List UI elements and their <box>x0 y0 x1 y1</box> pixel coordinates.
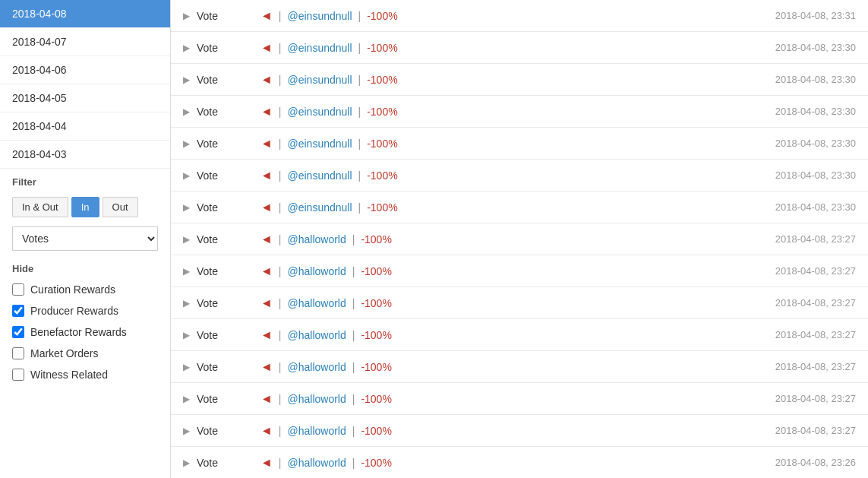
tx-user-link[interactable]: @halloworld <box>287 425 346 437</box>
tx-details: ◄ | @halloworld | -100% <box>257 424 719 438</box>
checkbox-item-market-orders[interactable]: Market Orders <box>0 343 170 364</box>
tx-timestamp: 2018-04-08, 23:31 <box>719 10 856 21</box>
tx-user-link[interactable]: @einsundnull <box>287 74 352 86</box>
tx-type: Vote <box>197 425 257 437</box>
tx-details: ◄ | @einsundnull | -100% <box>257 169 719 182</box>
sidebar: 2018-04-082018-04-072018-04-062018-04-05… <box>0 0 171 478</box>
checkbox-market-orders[interactable] <box>12 347 24 359</box>
expand-arrow[interactable]: ▶ <box>183 394 192 404</box>
tx-timestamp: 2018-04-08, 23:30 <box>719 169 856 181</box>
date-item[interactable]: 2018-04-07 <box>0 28 170 56</box>
tx-user-link[interactable]: @halloworld <box>287 297 346 309</box>
tx-pipe: | <box>358 106 361 118</box>
filter-button-in[interactable]: In <box>71 197 99 217</box>
tx-pipe: | <box>352 297 355 309</box>
checkbox-item-witness-related[interactable]: Witness Related <box>0 364 170 385</box>
tx-amount: -100% <box>361 457 391 469</box>
tx-user-link[interactable]: @einsundnull <box>287 138 352 150</box>
tx-direction-icon: ◄ <box>260 201 273 214</box>
tx-timestamp: 2018-04-08, 23:27 <box>719 393 856 404</box>
expand-arrow[interactable]: ▶ <box>183 106 192 117</box>
tx-type: Vote <box>197 233 257 245</box>
expand-arrow[interactable]: ▶ <box>183 457 192 468</box>
tx-details: ◄ | @halloworld | -100% <box>257 264 719 278</box>
tx-user-link[interactable]: @halloworld <box>287 329 346 341</box>
transaction-list: ▶ Vote ◄ | @einsundnull | -100% 2018-04-… <box>171 0 868 478</box>
checkbox-witness-related[interactable] <box>12 369 24 381</box>
expand-arrow[interactable]: ▶ <box>183 138 192 149</box>
tx-type: Vote <box>197 393 257 405</box>
tx-details: ◄ | @einsundnull | -100% <box>257 73 719 87</box>
tx-amount: -100% <box>367 10 397 22</box>
tx-user-link[interactable]: @halloworld <box>287 361 346 373</box>
checkbox-producer-rewards[interactable] <box>12 305 24 317</box>
tx-type: Vote <box>197 457 257 469</box>
tx-details: ◄ | @einsundnull | -100% <box>257 201 719 214</box>
tx-details: ◄ | @halloworld | -100% <box>257 392 719 406</box>
expand-arrow[interactable]: ▶ <box>183 170 192 181</box>
table-row: ▶ Vote ◄ | @halloworld | -100% 2018-04-0… <box>171 351 868 383</box>
expand-arrow[interactable]: ▶ <box>183 266 192 277</box>
expand-arrow[interactable]: ▶ <box>183 298 192 309</box>
expand-arrow[interactable]: ▶ <box>183 43 192 53</box>
tx-direction-icon: ◄ <box>260 392 273 406</box>
tx-amount: -100% <box>361 297 391 309</box>
tx-direction-icon: ◄ <box>260 424 273 438</box>
table-row: ▶ Vote ◄ | @einsundnull | -100% 2018-04-… <box>171 32 868 64</box>
tx-user-link[interactable]: @halloworld <box>287 233 346 245</box>
tx-type: Vote <box>197 169 257 182</box>
expand-arrow[interactable]: ▶ <box>183 362 192 372</box>
tx-user-link[interactable]: @einsundnull <box>287 106 352 118</box>
expand-arrow[interactable]: ▶ <box>183 202 192 213</box>
tx-type: Vote <box>197 329 257 341</box>
tx-user-link[interactable]: @einsundnull <box>287 10 352 22</box>
date-item[interactable]: 2018-04-03 <box>0 141 170 169</box>
checkbox-benefactor-rewards[interactable] <box>12 326 24 338</box>
tx-separator: | <box>279 233 282 245</box>
tx-user-link[interactable]: @halloworld <box>287 457 346 469</box>
date-item[interactable]: 2018-04-06 <box>0 56 170 84</box>
tx-direction-icon: ◄ <box>260 264 273 278</box>
expand-arrow[interactable]: ▶ <box>183 234 192 245</box>
tx-timestamp: 2018-04-08, 23:26 <box>719 457 856 468</box>
tx-user-link[interactable]: @einsundnull <box>287 169 352 182</box>
tx-amount: -100% <box>361 393 391 405</box>
tx-type: Vote <box>197 297 257 309</box>
tx-user-link[interactable]: @halloworld <box>287 393 346 405</box>
checkbox-item-benefactor-rewards[interactable]: Benefactor Rewards <box>0 321 170 343</box>
tx-type: Vote <box>197 106 257 118</box>
tx-pipe: | <box>352 457 355 469</box>
expand-arrow[interactable]: ▶ <box>183 11 192 21</box>
votes-dropdown-wrapper: VotesAllTransfersComments <box>0 222 170 255</box>
date-item[interactable]: 2018-04-05 <box>0 84 170 112</box>
filter-button-in-&-out[interactable]: In & Out <box>12 197 68 217</box>
tx-separator: | <box>279 74 282 86</box>
expand-arrow[interactable]: ▶ <box>183 330 192 340</box>
expand-arrow[interactable]: ▶ <box>183 74 192 85</box>
tx-separator: | <box>279 169 282 182</box>
filter-button-out[interactable]: Out <box>103 197 138 217</box>
tx-type: Vote <box>197 42 257 54</box>
checkbox-curation-rewards[interactable] <box>12 283 24 296</box>
votes-dropdown[interactable]: VotesAllTransfersComments <box>12 226 158 251</box>
date-item[interactable]: 2018-04-08 <box>0 0 170 28</box>
checkbox-label: Witness Related <box>30 369 108 381</box>
tx-separator: | <box>279 138 282 150</box>
date-list: 2018-04-082018-04-072018-04-062018-04-05… <box>0 0 170 169</box>
checkbox-item-producer-rewards[interactable]: Producer Rewards <box>0 300 170 321</box>
tx-separator: | <box>279 201 282 214</box>
tx-user-link[interactable]: @halloworld <box>287 265 346 277</box>
table-row: ▶ Vote ◄ | @einsundnull | -100% 2018-04-… <box>171 64 868 96</box>
tx-user-link[interactable]: @einsundnull <box>287 42 352 54</box>
expand-arrow[interactable]: ▶ <box>183 426 192 436</box>
tx-user-link[interactable]: @einsundnull <box>287 201 352 214</box>
checkbox-item-curation-rewards[interactable]: Curation Rewards <box>0 279 170 300</box>
tx-timestamp: 2018-04-08, 23:30 <box>719 201 856 213</box>
checkbox-label: Producer Rewards <box>30 305 118 317</box>
table-row: ▶ Vote ◄ | @einsundnull | -100% 2018-04-… <box>171 96 868 128</box>
date-item[interactable]: 2018-04-04 <box>0 112 170 141</box>
tx-timestamp: 2018-04-08, 23:27 <box>719 329 856 340</box>
tx-timestamp: 2018-04-08, 23:27 <box>719 233 856 245</box>
tx-amount: -100% <box>367 42 397 54</box>
tx-amount: -100% <box>367 74 397 86</box>
